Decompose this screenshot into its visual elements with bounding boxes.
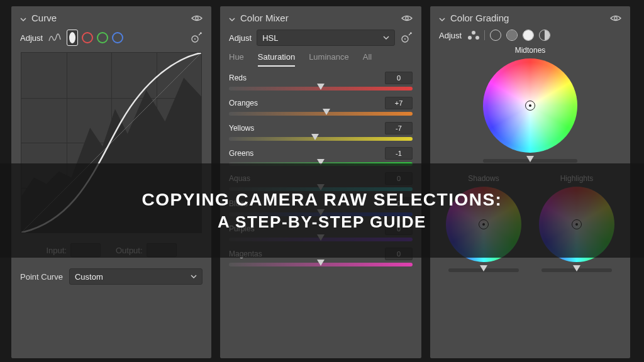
wheel-knob[interactable] [525,101,535,111]
targeted-adjustment-icon[interactable] [190,31,203,44]
overlay-line1: COPYING CAMERA RAW SELECTIONS: [142,190,502,210]
overlay-line2: A STEP-BY-STEP GUIDE [218,212,426,232]
slider-row-oranges: Oranges+7 [229,97,413,116]
hsl-tabs: Hue Saturation Luminance All [229,52,413,67]
tab-saturation[interactable]: Saturation [258,52,295,67]
slider-value[interactable]: +7 [385,97,413,109]
tab-luminance[interactable]: Luminance [309,52,349,67]
adjust-label: Adjust [439,31,462,40]
panel-title: Color Grading [450,13,605,23]
midtones-wheel[interactable] [483,58,577,153]
eye-icon[interactable] [610,14,621,22]
slider-value[interactable]: 0 [385,72,413,84]
channel-rgb-button[interactable] [67,30,78,46]
shadows-mode-icon[interactable] [490,30,501,41]
eye-icon[interactable] [401,14,413,22]
point-curve-select[interactable]: Custom [69,268,203,285]
slider-thumb[interactable] [317,260,325,266]
panel-title: Color Mixer [240,13,396,23]
eye-icon[interactable] [191,14,203,22]
slider-label: Yellows [229,124,254,133]
chevron-down-icon[interactable] [229,15,235,21]
slider-track[interactable] [229,263,413,266]
targeted-adjustment-icon[interactable] [400,31,413,44]
svg-point-0 [196,16,199,19]
mixer-mode-select[interactable]: HSL [257,30,395,46]
channel-red-button[interactable] [82,32,93,43]
parametric-curve-icon[interactable] [48,32,62,43]
slider-label: Greens [229,149,253,158]
panel-title: Curve [31,13,186,23]
midtones-mode-icon[interactable] [506,30,518,41]
slider-label: Reds [229,74,247,82]
title-overlay: COPYING CAMERA RAW SELECTIONS: A STEP-BY… [0,163,644,258]
slider-thumb[interactable] [311,134,319,140]
slider-thumb[interactable] [480,265,487,272]
slider-label: Oranges [229,99,258,107]
svg-point-2 [194,38,196,40]
slider-track[interactable] [229,87,413,90]
slider-thumb[interactable] [573,265,580,272]
three-way-icon[interactable] [468,31,479,40]
slider-row-reds: Reds0 [229,72,413,90]
tab-all[interactable]: All [363,52,372,67]
channel-green-button[interactable] [97,32,108,43]
point-curve-value: Custom [75,272,103,282]
midtones-label: Midtones [439,46,621,55]
adjust-label: Adjust [229,33,252,43]
highlights-luminance-slider[interactable] [541,268,612,272]
svg-point-3 [406,16,409,19]
slider-track[interactable] [229,137,413,141]
chevron-down-icon[interactable] [439,15,445,21]
slider-thumb[interactable] [323,109,330,115]
slider-thumb[interactable] [526,156,534,162]
global-mode-icon[interactable] [539,30,550,41]
svg-point-6 [614,16,618,19]
adjust-label: Adjust [20,33,43,43]
point-curve-label: Point Curve [20,272,63,282]
tab-hue[interactable]: Hue [229,52,244,67]
shadows-luminance-slider[interactable] [448,268,519,272]
slider-row-yellows: Yellows-7 [229,122,413,141]
slider-value[interactable]: -7 [385,122,413,134]
slider-thumb[interactable] [317,84,325,90]
channel-blue-button[interactable] [112,32,123,43]
slider-value[interactable]: -1 [385,147,413,160]
svg-point-5 [404,38,406,40]
slider-track[interactable] [229,112,413,116]
mixer-mode-value: HSL [262,33,278,43]
midtones-luminance-slider[interactable] [483,159,577,163]
highlights-mode-icon[interactable] [523,30,534,41]
chevron-down-icon[interactable] [20,15,26,21]
